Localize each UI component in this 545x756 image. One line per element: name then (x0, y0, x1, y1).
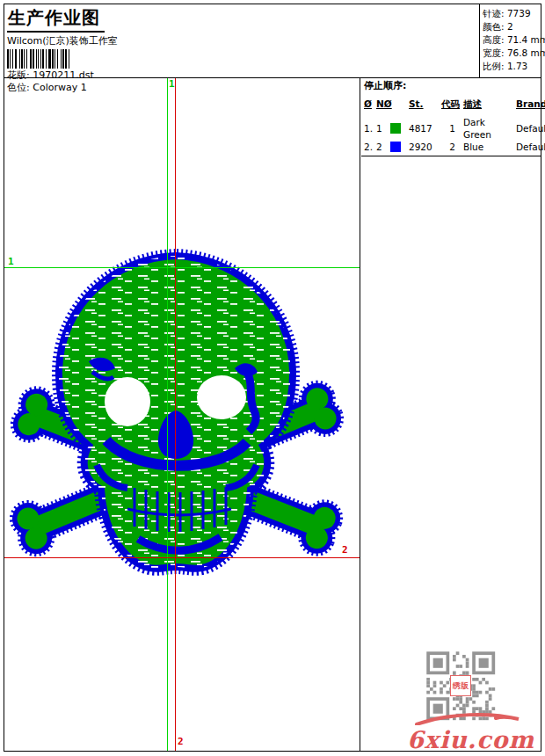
page-title: 生产作业图 (7, 6, 105, 33)
design-canvas: 1 1 2 2 (4, 78, 360, 751)
page-frame: 生产作业图 Wilcom(汇京)装饰工作室 花版: 1970211.dst 色位… (4, 4, 541, 752)
end-label-right: 2 (342, 545, 348, 555)
right-eye-socket (197, 375, 246, 419)
guide-hline-start (4, 267, 360, 268)
col-desc: 描述 (463, 98, 516, 110)
table-header-row: Ø NØ St. 代码 描述 Brand 元素 (364, 91, 541, 116)
stat-colors: 颜色: 2 (483, 20, 541, 33)
left-eye-socket (105, 377, 150, 426)
col-index: Ø (364, 98, 376, 110)
company-name: Wilcom(汇京)装饰工作室 (7, 34, 137, 47)
table-row: 1. 1 4817 1 Dark Green Default (364, 116, 541, 141)
stat-scale: 比例: 1.73 (483, 60, 541, 73)
stat-stitches: 针迹: 7739 (483, 7, 541, 20)
end-label-bottom: 2 (178, 737, 184, 746)
skull-crossbones-design (4, 78, 360, 751)
stop-sequence-title: 停止顺序: (364, 80, 541, 91)
guide-vline-end (175, 78, 176, 751)
right-panel: 停止顺序: Ø NØ St. 代码 描述 Brand 元素 1. 1 (361, 78, 541, 751)
col-st: St. (409, 98, 441, 110)
guide-vline-start (167, 78, 168, 751)
color-swatch-1 (390, 123, 401, 134)
qr-center-logo: 绣版 (450, 675, 471, 696)
logo-swoosh (410, 711, 524, 725)
site-url: 6xiu.com (407, 729, 526, 752)
guide-hline-end (4, 557, 360, 558)
body: 1 1 2 2 停止顺序: Ø NØ St. 代码 描述 Brand (4, 78, 541, 751)
col-brand: Brand (516, 98, 545, 110)
table-row: 2. 2 2920 2 Blue Default (364, 141, 541, 153)
stop-sequence-table: 停止顺序: Ø NØ St. 代码 描述 Brand 元素 1. 1 (361, 78, 541, 156)
start-label-top: 1 (169, 79, 175, 89)
barcode (7, 49, 137, 69)
col-code: 代码 (441, 98, 463, 110)
col-n: NØ (376, 98, 390, 110)
production-sheet: 生产作业图 Wilcom(汇京)装饰工作室 花版: 1970211.dst 色位… (0, 0, 545, 756)
site-watermark: 6xiu.com (407, 711, 526, 752)
stat-height: 高度: 71.4 mm (483, 33, 541, 47)
design-stats: 针迹: 7739 颜色: 2 高度: 71.4 mm 宽度: 76.8 mm 比… (479, 4, 541, 77)
header: 生产作业图 Wilcom(汇京)装饰工作室 花版: 1970211.dst 色位… (4, 4, 541, 78)
start-label-left: 1 (8, 257, 14, 266)
color-swatch-2 (390, 142, 401, 152)
stat-width: 宽度: 76.8 mm (483, 47, 541, 60)
